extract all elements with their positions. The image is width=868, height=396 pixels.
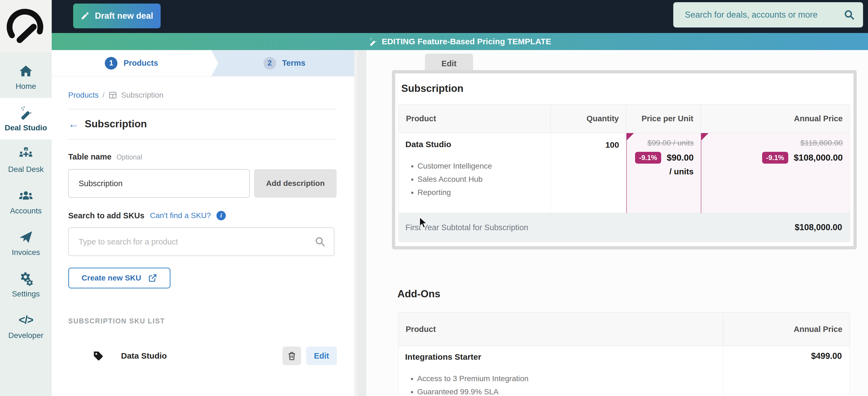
pricing-preview-pane: Edit Subscription Product Quantity Price…: [366, 50, 868, 396]
sku-search-input[interactable]: [68, 227, 335, 256]
breadcrumb-current: Subscription: [121, 91, 163, 99]
draft-new-deal-button[interactable]: Draft new deal: [73, 4, 161, 28]
wand-icon: [19, 105, 33, 120]
discount-badge: -9.1%: [762, 152, 788, 164]
search-icon: [315, 236, 326, 248]
step-terms[interactable]: 2 Terms: [211, 50, 358, 76]
discount-corner-flag: [627, 133, 634, 140]
table-name-label: Table name: [68, 152, 112, 161]
editing-template-banner: EDITING Feature-Based Pricing TEMPLATE: [52, 33, 868, 50]
product-cell: Integrations Starter Access to 3 Premium…: [399, 346, 723, 396]
tag-icon: [92, 350, 104, 362]
feature-list: Access to 3 Premium Integration Guarante…: [417, 374, 716, 396]
breadcrumb: Products / Subscription: [68, 91, 337, 99]
quantity-cell: 100: [551, 133, 626, 213]
discount-corner-flag: [701, 133, 709, 140]
step-number: 1: [105, 57, 118, 69]
table-header-row: Product Quantity Price per Unit Annual P…: [399, 104, 850, 133]
sidebar-item-label: Invoices: [12, 248, 40, 257]
col-product: Product: [399, 312, 723, 346]
breadcrumb-separator: /: [102, 91, 105, 99]
subtotal-row: First Year Subtotal for Subscription $10…: [399, 213, 850, 242]
divider: [68, 139, 337, 140]
topbar: Draft new deal: [52, 0, 868, 33]
subscription-table-card[interactable]: Subscription Product Quantity Price per …: [392, 70, 857, 249]
feature-item: Customer Intelligence: [417, 162, 543, 171]
code-icon: </>: [19, 313, 33, 327]
external-link-icon: [148, 274, 157, 282]
annual-price-cell: $118,800.00 -9.1% $108,000.00: [701, 133, 850, 213]
divider: [68, 109, 337, 110]
back-arrow-icon[interactable]: ←: [68, 119, 79, 129]
sidebar-item-invoices[interactable]: Invoices: [0, 222, 52, 264]
breadcrumb-products-link[interactable]: Products: [68, 91, 99, 99]
search-icon[interactable]: [844, 9, 855, 20]
col-product: Product: [399, 104, 551, 133]
deal-desk-icon: [19, 147, 33, 161]
optional-hint: Optional: [116, 153, 142, 161]
col-annual-price: Annual Price: [723, 312, 849, 346]
global-search-input[interactable]: [685, 10, 844, 20]
sidebar-item-label: Developer: [8, 331, 43, 340]
panel-divider: [358, 50, 366, 396]
trash-icon: [287, 351, 297, 361]
sidebar-item-settings[interactable]: Settings: [0, 264, 52, 306]
delete-sku-button[interactable]: [282, 346, 301, 365]
feature-item: Sales Account Hub: [417, 175, 543, 184]
subtotal-value: $108,000.00: [795, 222, 842, 232]
table-header-row: Product Annual Price: [399, 312, 849, 346]
global-search[interactable]: [673, 2, 863, 28]
info-icon[interactable]: i: [216, 211, 226, 220]
sidebar: Home Deal Studio: [0, 0, 52, 396]
people-icon: [19, 188, 33, 203]
product-name: Data Studio: [405, 140, 543, 149]
product-name: Integrations Starter: [405, 352, 716, 362]
step-number: 2: [264, 57, 276, 69]
gauge-logo-icon: [7, 7, 45, 45]
unit-price-cell: $99.00 / units -9.1% $90.00 / units: [626, 133, 701, 213]
addons-title: Add-Ons: [397, 288, 440, 300]
section-title: Subscription: [85, 118, 147, 130]
discount-badge: -9.1%: [635, 152, 661, 164]
banner-label: EDITING Feature-Based Pricing TEMPLATE: [382, 37, 551, 46]
feature-item: Access to 3 Premium Integration: [417, 374, 716, 383]
product-editor-panel: 1 Products 2 Terms Products / Subscripti…: [52, 50, 358, 396]
step-label: Terms: [282, 59, 306, 68]
annual-price-original: $118,800.00: [705, 139, 843, 147]
feature-item: Guaranteed 99.9% SLA: [417, 388, 716, 396]
sku-list-item: Data Studio Edit: [68, 346, 337, 365]
sku-name: Data Studio: [121, 351, 167, 361]
step-label: Products: [123, 59, 158, 68]
add-description-button[interactable]: Add description: [254, 169, 337, 198]
col-quantity: Quantity: [551, 104, 626, 133]
addons-table: Product Annual Price Integrations Starte…: [398, 312, 850, 396]
app-logo[interactable]: [0, 0, 52, 52]
sku-list-title: SUBSCRIPTION SKU LIST: [68, 317, 337, 325]
create-new-sku-button[interactable]: Create new SKU: [68, 268, 170, 288]
home-icon: [19, 64, 33, 78]
sidebar-item-label: Settings: [12, 290, 40, 298]
sidebar-item-developer[interactable]: </> Developer: [0, 306, 52, 347]
subtotal-label: First Year Subtotal for Subscription: [405, 223, 528, 232]
panel-scrollbar[interactable]: [354, 50, 358, 396]
edit-sku-button[interactable]: Edit: [306, 346, 337, 365]
sku-search-label: Search to add SKUs: [68, 211, 145, 220]
table-name-input[interactable]: [68, 169, 250, 198]
sidebar-item-accounts[interactable]: Accounts: [0, 181, 52, 222]
wizard-steps: 1 Products 2 Terms: [52, 50, 358, 77]
sidebar-item-home[interactable]: Home: [0, 56, 52, 98]
sidebar-item-deal-desk[interactable]: Deal Desk: [0, 140, 52, 181]
sidebar-item-deal-studio[interactable]: Deal Studio: [0, 98, 52, 140]
table-grid-icon: [108, 91, 117, 99]
step-products[interactable]: 1 Products: [52, 50, 211, 76]
unit-price-original: $99.00 / units: [630, 139, 694, 147]
unit-suffix: / units: [630, 167, 694, 176]
sidebar-item-label: Home: [16, 82, 36, 91]
cant-find-sku-link[interactable]: Can't find a SKU?: [150, 211, 211, 220]
sidebar-item-label: Deal Studio: [5, 123, 47, 132]
create-new-sku-label: Create new SKU: [82, 274, 141, 282]
col-price-per-unit: Price per Unit: [626, 104, 701, 133]
product-cell: Data Studio Customer Intelligence Sales …: [399, 133, 551, 213]
subscription-table-title: Subscription: [401, 83, 851, 94]
unit-price: $90.00: [667, 153, 694, 163]
